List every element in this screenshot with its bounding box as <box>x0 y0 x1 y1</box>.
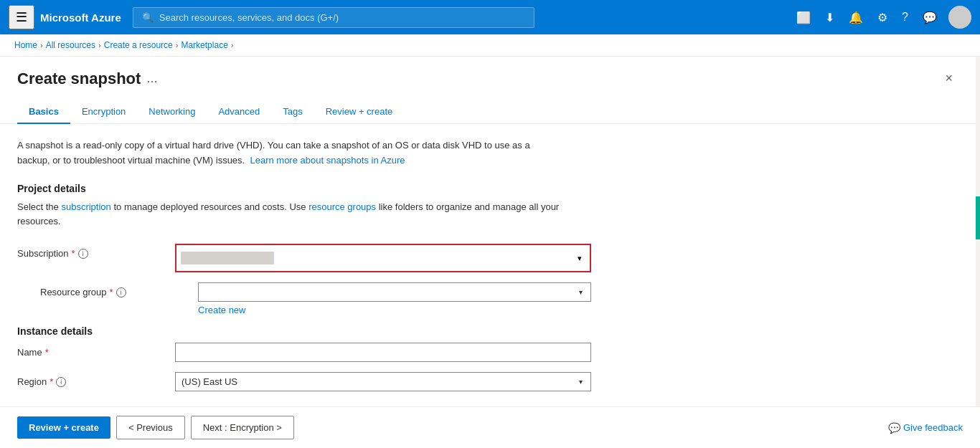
tab-advanced[interactable]: Advanced <box>207 100 271 124</box>
breadcrumb-create-resource[interactable]: Create a resource <box>104 40 173 50</box>
breadcrumb-all-resources[interactable]: All resources <box>46 40 95 50</box>
resource-group-select-wrapper: ▾ <box>198 282 591 302</box>
subscription-required-star: * <box>72 248 75 259</box>
project-details-subtitle: Select the subscription to manage deploy… <box>17 200 562 230</box>
scroll-indicator <box>976 57 980 406</box>
tab-networking[interactable]: Networking <box>137 100 207 124</box>
partial-row: ... <box>17 401 958 406</box>
subscription-link[interactable]: subscription <box>61 201 110 212</box>
region-info-icon[interactable]: i <box>56 377 66 387</box>
resource-group-row: Resource group * i ▾ Create new <box>17 282 591 315</box>
search-bar[interactable]: 🔍 <box>133 7 534 28</box>
tabs-bar: Basics Encryption Networking Advanced Ta… <box>0 89 976 124</box>
region-select[interactable]: (US) East US (US) West US (EU) West Euro… <box>175 372 591 391</box>
breadcrumb-marketplace[interactable]: Marketplace <box>181 40 227 50</box>
page-title-row: Create snapshot ... <box>17 70 157 88</box>
tab-tags[interactable]: Tags <box>271 100 314 124</box>
name-row: Name * <box>17 343 591 362</box>
subscription-filled-value <box>181 252 274 264</box>
next-encryption-button[interactable]: Next : Encryption > <box>191 416 294 439</box>
page-title: Create snapshot <box>17 70 141 88</box>
main-wrapper: Create snapshot ... × Basics Encryption … <box>0 57 980 406</box>
name-label: Name * <box>17 343 175 358</box>
resource-group-select[interactable] <box>198 282 591 302</box>
nav-icon-group: ⬜ ⬇ 🔔 ⚙ ? 💬 <box>791 6 971 29</box>
cloud-shell-icon-btn[interactable]: ⬇ <box>819 6 840 29</box>
search-icon: 🔍 <box>142 12 154 23</box>
region-control: (US) East US (US) West US (EU) West Euro… <box>175 372 591 391</box>
content-area: Create snapshot ... × Basics Encryption … <box>0 57 976 406</box>
search-input[interactable] <box>159 12 525 23</box>
give-feedback-button[interactable]: 💬 Give feedback <box>888 422 963 434</box>
name-required-star: * <box>45 347 49 358</box>
feedback-nav-icon-btn[interactable]: 💬 <box>917 6 943 29</box>
tab-basics[interactable]: Basics <box>17 100 70 124</box>
subscription-control: ▾ <box>175 244 591 272</box>
name-control <box>175 343 591 362</box>
previous-button[interactable]: < Previous <box>116 416 185 439</box>
subscription-label: Subscription * i <box>17 244 175 259</box>
learn-more-link[interactable]: Learn more about snapshots in Azure <box>250 155 405 166</box>
breadcrumb: Home › All resources › Create a resource… <box>0 34 980 57</box>
brand-name: Microsoft Azure <box>40 11 121 24</box>
region-required-star: * <box>50 376 53 387</box>
resource-group-control: ▾ Create new <box>198 282 591 315</box>
instance-details-title: Instance details <box>17 325 958 337</box>
create-new-link[interactable]: Create new <box>198 305 245 315</box>
subscription-info-icon[interactable]: i <box>78 249 88 259</box>
form-scroll-area: A snapshot is a read-only copy of a virt… <box>0 124 976 406</box>
avatar[interactable] <box>948 6 971 29</box>
instance-details-section: Instance details Name * Region * <box>17 325 958 406</box>
notifications-icon-btn[interactable]: 🔔 <box>843 6 869 29</box>
subscription-row: Subscription * i ▾ <box>17 244 591 272</box>
subscription-dropdown-chevron[interactable]: ▾ <box>570 248 590 268</box>
scroll-thumb[interactable] <box>976 196 980 239</box>
project-details-title: Project details <box>17 183 958 194</box>
top-navigation: ☰ Microsoft Azure 🔍 ⬜ ⬇ 🔔 ⚙ ? 💬 <box>0 0 980 34</box>
region-label: Region * i <box>17 372 175 387</box>
page-ellipsis-menu[interactable]: ... <box>146 71 157 86</box>
region-row: Region * i (US) East US (US) West US (EU… <box>17 372 591 391</box>
name-input[interactable] <box>175 343 591 362</box>
review-create-button[interactable]: Review + create <box>17 416 110 439</box>
help-icon-btn[interactable]: ? <box>896 6 914 28</box>
region-select-wrapper: (US) East US (US) West US (EU) West Euro… <box>175 372 591 391</box>
project-details-section: Project details Select the subscription … <box>17 183 958 316</box>
page-header: Create snapshot ... × <box>0 57 976 89</box>
tab-review-create[interactable]: Review + create <box>314 100 405 124</box>
tab-encryption[interactable]: Encryption <box>70 100 137 124</box>
resource-groups-link[interactable]: resource groups <box>308 201 376 212</box>
resource-group-info-icon[interactable]: i <box>116 287 126 297</box>
resource-group-required-star: * <box>110 287 113 297</box>
subscription-select-wrapper[interactable]: ▾ <box>175 244 591 272</box>
description-text: A snapshot is a read-only copy of a virt… <box>17 138 562 168</box>
resource-group-label: Resource group * i <box>40 282 198 297</box>
bottom-bar: Review + create < Previous Next : Encryp… <box>0 406 980 448</box>
hamburger-menu-button[interactable]: ☰ <box>9 5 34 29</box>
portal-menu-icon-btn[interactable]: ⬜ <box>791 6 816 29</box>
settings-icon-btn[interactable]: ⚙ <box>872 6 893 29</box>
breadcrumb-home[interactable]: Home <box>14 40 37 50</box>
feedback-icon: 💬 <box>888 422 900 434</box>
close-button[interactable]: × <box>939 68 958 89</box>
